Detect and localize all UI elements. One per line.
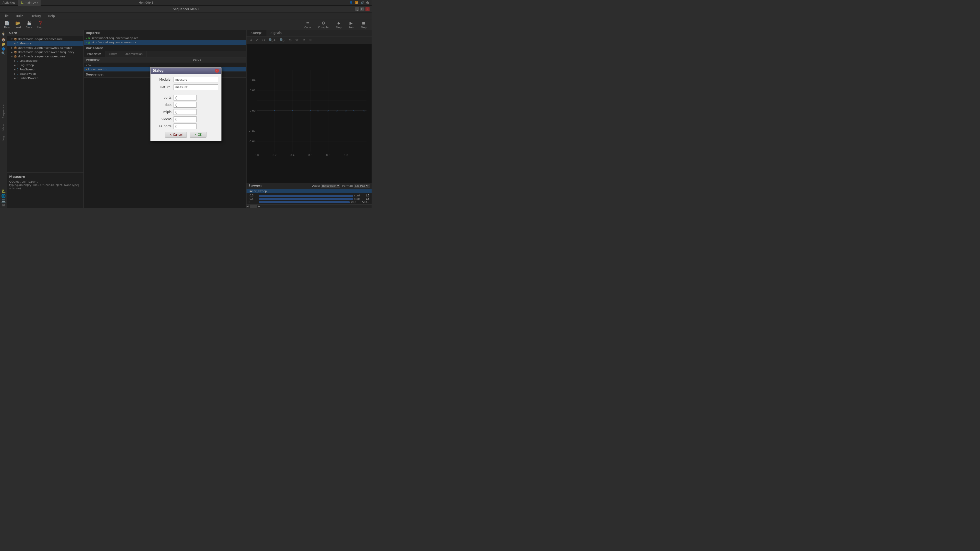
dialog-param-ports: ports	[154, 95, 218, 100]
param-videos-label: videos	[154, 118, 172, 121]
ok-icon: ✓	[194, 133, 197, 137]
param-mipis-label: mipis	[154, 110, 172, 114]
dialog-overlay: Dialog ✕ Module: Return: ports duts	[0, 0, 372, 208]
param-duts-input[interactable]	[173, 102, 197, 108]
dialog-close-button[interactable]: ✕	[215, 68, 219, 73]
dialog-title: Dialog	[153, 69, 164, 73]
dialog-return-input[interactable]	[173, 84, 218, 90]
param-ports-input[interactable]	[173, 95, 197, 100]
dialog-title-bar: Dialog ✕	[151, 68, 221, 74]
dialog-module-label: Module:	[154, 78, 172, 81]
param-ports-label: ports	[154, 96, 172, 100]
param-mipis-input[interactable]	[173, 109, 197, 115]
param-ss-ports-label: ss_ports	[154, 124, 172, 128]
dialog-params: ports duts mipis videos ss_ports	[154, 95, 218, 129]
param-videos-input[interactable]	[173, 116, 197, 122]
dialog-module-input[interactable]	[173, 77, 218, 83]
dialog-param-ss-ports: ss_ports	[154, 124, 218, 129]
param-duts-label: duts	[154, 103, 172, 106]
dialog-return-label: Return:	[154, 86, 172, 89]
dialog: Dialog ✕ Module: Return: ports duts	[150, 67, 221, 141]
dialog-param-duts: duts	[154, 102, 218, 108]
cancel-button[interactable]: ✕ Cancel	[165, 132, 187, 138]
param-ss-ports-input[interactable]	[173, 124, 197, 129]
dialog-module-row: Module:	[154, 77, 218, 83]
dialog-param-videos: videos	[154, 116, 218, 122]
dialog-body: Module: Return: ports duts mipis	[151, 74, 221, 141]
dialog-param-mipis: mipis	[154, 109, 218, 115]
dialog-separator	[154, 92, 218, 92]
ok-button[interactable]: ✓ OK	[190, 132, 207, 138]
cancel-icon: ✕	[169, 133, 172, 137]
dialog-buttons: ✕ Cancel ✓ OK	[154, 132, 218, 138]
dialog-return-row: Return:	[154, 84, 218, 90]
